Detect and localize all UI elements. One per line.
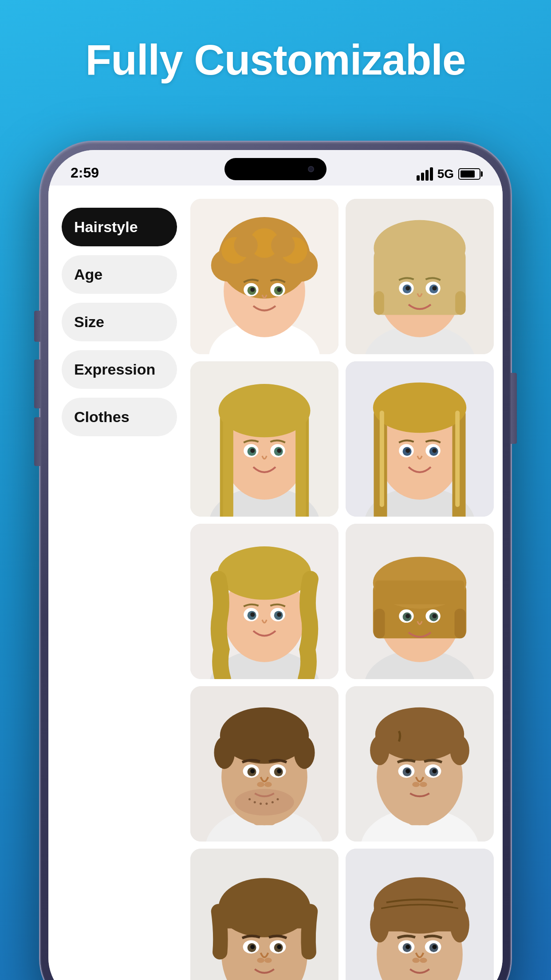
svg-point-124 — [432, 769, 437, 774]
page-headline: Fully Customizable — [86, 36, 466, 84]
phone-mockup: 2:59 5G — [40, 142, 511, 980]
svg-rect-39 — [223, 417, 233, 517]
svg-point-155 — [412, 958, 420, 963]
svg-point-110 — [277, 798, 279, 801]
svg-point-148 — [450, 907, 469, 943]
status-right: 5G — [417, 167, 480, 181]
dynamic-island — [224, 158, 327, 180]
svg-point-105 — [248, 798, 251, 801]
svg-point-109 — [272, 801, 274, 803]
sidebar-item-clothes[interactable]: Clothes — [62, 398, 177, 436]
svg-point-87 — [432, 614, 437, 618]
photo-card-1[interactable] — [190, 199, 338, 354]
phone-shell: 2:59 5G — [40, 142, 511, 980]
svg-rect-55 — [455, 411, 460, 507]
photo-card-4[interactable] — [346, 361, 494, 517]
svg-point-23 — [374, 220, 465, 277]
svg-point-156 — [420, 958, 427, 963]
volume-up-button — [34, 360, 40, 408]
svg-point-16 — [250, 288, 255, 292]
sidebar-item-hairstyle[interactable]: Hairstyle — [62, 208, 177, 246]
svg-point-108 — [266, 803, 268, 805]
svg-point-66 — [218, 546, 311, 600]
photo-card-5[interactable] — [190, 524, 338, 679]
svg-point-106 — [254, 801, 256, 803]
svg-rect-24 — [374, 291, 384, 315]
svg-rect-132 — [218, 908, 310, 929]
svg-point-10 — [234, 233, 258, 257]
photo-card-2[interactable] — [346, 199, 494, 354]
power-button — [511, 373, 517, 444]
svg-point-61 — [432, 449, 437, 453]
camera-icon — [308, 166, 314, 172]
svg-point-60 — [405, 449, 410, 453]
mute-button — [34, 311, 40, 342]
svg-point-123 — [405, 769, 410, 774]
svg-point-147 — [370, 907, 389, 943]
signal-icon — [417, 167, 433, 181]
svg-point-138 — [277, 945, 281, 949]
battery-icon — [458, 168, 480, 180]
svg-rect-80 — [374, 609, 385, 639]
svg-point-137 — [250, 945, 255, 949]
svg-point-139 — [257, 958, 264, 963]
svg-point-102 — [257, 782, 264, 787]
svg-rect-81 — [454, 609, 465, 639]
svg-point-94 — [214, 736, 235, 769]
svg-point-126 — [420, 782, 427, 787]
svg-rect-25 — [455, 291, 465, 315]
photo-card-8[interactable] — [346, 686, 494, 842]
svg-point-30 — [405, 286, 410, 291]
sidebar-item-size[interactable]: Size — [62, 303, 177, 341]
volume-down-button — [34, 417, 40, 466]
svg-point-71 — [250, 612, 255, 617]
svg-point-125 — [412, 782, 420, 787]
phone-screen: 2:59 5G — [48, 150, 503, 980]
sidebar: Hairstyle Age Size Expression Clothes — [48, 186, 186, 980]
svg-point-86 — [405, 614, 410, 618]
svg-point-107 — [260, 803, 262, 805]
svg-point-46 — [277, 449, 281, 453]
svg-rect-54 — [380, 411, 384, 507]
svg-point-31 — [432, 286, 437, 291]
svg-point-104 — [235, 789, 294, 816]
svg-point-117 — [370, 736, 389, 766]
photo-grid — [186, 186, 503, 980]
svg-point-154 — [432, 945, 437, 949]
svg-point-72 — [277, 612, 281, 617]
photo-card-7[interactable] — [190, 686, 338, 842]
svg-point-45 — [250, 449, 255, 453]
svg-rect-40 — [295, 417, 306, 517]
svg-rect-79 — [375, 581, 464, 604]
svg-point-103 — [264, 782, 272, 787]
app-content: Hairstyle Age Size Expression Clothes — [48, 186, 503, 980]
svg-point-95 — [294, 736, 315, 769]
sidebar-item-expression[interactable]: Expression — [62, 350, 177, 389]
svg-point-101 — [277, 769, 281, 774]
sidebar-item-age[interactable]: Age — [62, 255, 177, 294]
svg-point-100 — [250, 769, 255, 774]
svg-point-153 — [405, 945, 410, 949]
svg-point-11 — [271, 233, 295, 257]
svg-point-17 — [277, 288, 281, 292]
photo-card-6[interactable] — [346, 524, 494, 679]
svg-point-118 — [450, 736, 469, 766]
svg-point-53 — [373, 383, 466, 433]
photo-card-9[interactable] — [190, 849, 338, 980]
network-label: 5G — [437, 167, 454, 181]
status-time: 2:59 — [71, 165, 99, 181]
photo-card-3[interactable] — [190, 361, 338, 517]
photo-card-10[interactable] — [346, 849, 494, 980]
svg-point-140 — [264, 958, 272, 963]
